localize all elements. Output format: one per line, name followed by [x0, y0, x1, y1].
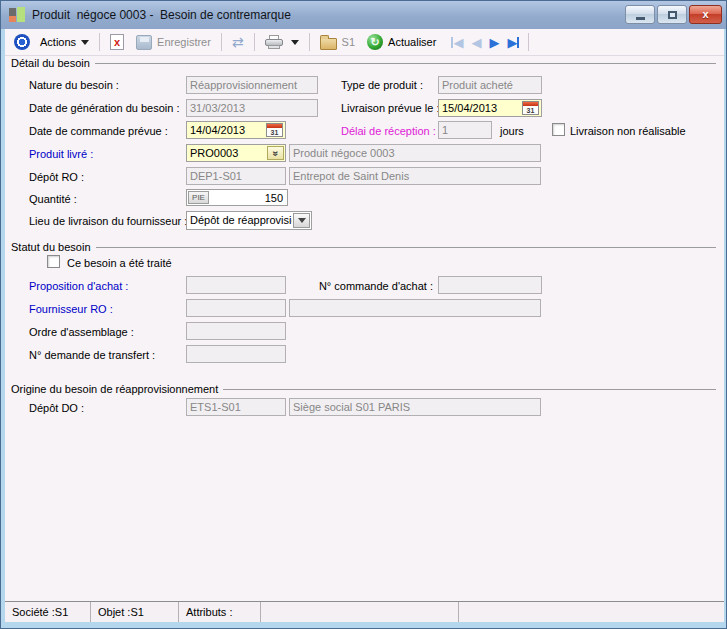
nav-previous-button[interactable]: ◀ — [468, 35, 484, 50]
nav-last-button[interactable]: ▶ — [504, 35, 522, 50]
livraison-prevue-value: 15/04/2013 — [442, 102, 497, 114]
besoin-traite-checkbox[interactable] — [47, 255, 60, 268]
unit-badge-button[interactable]: PIE — [188, 191, 209, 204]
livraison-prevue-label: Livraison prévue le : — [341, 102, 439, 114]
depot-ro-desc-field: Entrepot de Saint Denis — [289, 167, 541, 185]
titlebar: Produit négoce 0003 - Besoin de contrema… — [1, 1, 727, 29]
print-button[interactable] — [261, 33, 287, 52]
calendar-icon[interactable]: 31 — [522, 101, 539, 115]
refresh-icon: ⇄ — [232, 35, 244, 49]
actualiser-button[interactable]: ↻ Actualiser — [363, 32, 440, 52]
toolbar-separator — [528, 33, 529, 51]
app-icon-gray — [9, 8, 16, 16]
quantite-label: Quantité : — [29, 193, 77, 205]
quantite-field[interactable]: PIE 150 — [186, 189, 288, 206]
actions-label: Actions — [40, 36, 76, 48]
depot-do-desc-field: Siège social S01 PARIS — [289, 398, 541, 416]
delai-reception-field: 1 — [438, 121, 492, 139]
nav-first-button[interactable]: ◀ — [448, 35, 466, 50]
chevron-down-icon — [298, 218, 306, 227]
window-title: Produit négoce 0003 - Besoin de contrema… — [32, 8, 291, 22]
record-target-icon[interactable] — [14, 34, 30, 50]
fournisseur-ro-desc-field — [289, 299, 541, 317]
date-commande-field[interactable]: 14/04/2013 31 — [186, 121, 286, 139]
livraison-non-realisable-checkbox[interactable] — [552, 123, 565, 136]
print-options-button[interactable] — [287, 34, 303, 51]
type-produit-label: Type de produit : — [341, 79, 423, 91]
toolbar-separator — [99, 33, 100, 51]
chevron-down-icon — [81, 40, 89, 49]
depot-ro-field: DEP1-S01 — [186, 167, 286, 185]
group-line — [223, 389, 716, 390]
besoin-traite-label: Ce besoin a été traité — [67, 257, 172, 269]
group-origine-title: Origine du besoin de réapprovisionnement — [11, 383, 218, 395]
lieu-livraison-label: Lieu de livraison du fournisseur : — [29, 215, 187, 227]
delai-reception-label: Délai de réception : — [341, 125, 436, 137]
calendar-icon[interactable]: 31 — [266, 123, 283, 137]
nav-previous-icon: ◀ — [471, 36, 481, 49]
nav-last-bar — [517, 37, 519, 48]
ordre-assemblage-field — [186, 322, 286, 340]
nav-first-icon: ◀ — [453, 36, 463, 49]
depot-do-field: ETS1-S01 — [186, 398, 286, 416]
nav-next-icon: ▶ — [489, 36, 499, 49]
commande-achat-label: N° commande d'achat : — [311, 280, 433, 292]
lookup-chevron-button[interactable]: » — [267, 146, 284, 160]
minimize-icon — [636, 17, 645, 20]
save-button[interactable]: Enregistrer — [132, 33, 215, 52]
lieu-livraison-combobox[interactable]: Dépôt de réapprovisio — [186, 211, 312, 230]
nature-besoin-field: Réapprovisionnement — [186, 76, 318, 94]
printer-icon — [265, 35, 283, 50]
close-icon: x — [702, 9, 708, 20]
fournisseur-ro-label: Fournisseur RO : — [29, 303, 113, 315]
quantite-value: 150 — [209, 192, 287, 204]
toolbar: Actions x Enregistrer ⇄ S1 — [5, 29, 724, 56]
combobox-dropdown-button[interactable] — [293, 213, 310, 228]
folder-site-button[interactable]: S1 — [316, 33, 359, 52]
app-icon — [9, 7, 25, 23]
app-icon-orange — [9, 16, 16, 22]
group-line — [95, 63, 716, 64]
nav-next-button[interactable]: ▶ — [486, 35, 502, 50]
folder-label: S1 — [342, 36, 355, 48]
statusbar-objet: Objet :S1 — [91, 602, 179, 622]
ordre-assemblage-label: Ordre d'assemblage : — [29, 326, 134, 338]
toolbar-separator — [221, 33, 222, 51]
depot-ro-label: Dépôt RO : — [29, 171, 84, 183]
actions-menu-button[interactable]: Actions — [36, 34, 93, 51]
group-statut-title: Statut du besoin — [11, 241, 91, 253]
statusbar-societe: Société :S1 — [5, 602, 91, 622]
date-generation-label: Date de génération du besoin : — [29, 102, 179, 114]
group-statut-besoin: Statut du besoin — [11, 241, 716, 253]
actualiser-refresh-icon: ↻ — [367, 34, 383, 50]
statusbar: Société :S1 Objet :S1 Attributs : — [5, 601, 724, 622]
group-detail-title: Détail du besoin — [11, 57, 90, 69]
app-icon-green — [17, 7, 25, 22]
date-commande-value: 14/04/2013 — [190, 124, 245, 136]
delete-button[interactable]: x — [106, 32, 128, 52]
refresh-button[interactable]: ⇄ — [228, 33, 248, 51]
minimize-button[interactable] — [625, 5, 655, 24]
demande-transfert-field — [186, 345, 286, 363]
demande-transfert-label: N° demande de transfert : — [29, 349, 155, 361]
group-detail-besoin: Détail du besoin — [11, 57, 716, 69]
lieu-livraison-value: Dépôt de réapprovisio — [187, 212, 292, 229]
close-button[interactable]: x — [689, 5, 722, 24]
group-origine-besoin: Origine du besoin de réapprovisionnement — [11, 383, 716, 395]
delete-icon: x — [110, 34, 124, 50]
form-area: Détail du besoin Nature du besoin : Réap… — [5, 56, 724, 601]
maximize-button[interactable] — [657, 5, 687, 24]
printer-tray — [268, 45, 280, 49]
chevron-down-icon — [291, 40, 299, 49]
type-produit-field: Produit acheté — [438, 76, 542, 94]
produit-livre-field[interactable]: PRO0003 » — [186, 144, 286, 162]
calendar-day: 31 — [523, 102, 538, 115]
fournisseur-ro-field — [186, 299, 286, 317]
statusbar-extra — [459, 602, 724, 622]
livraison-prevue-field[interactable]: 15/04/2013 31 — [438, 99, 542, 117]
folder-icon — [320, 38, 337, 50]
statusbar-attributs: Attributs : — [179, 602, 261, 622]
calendar-day: 31 — [267, 124, 282, 137]
toolbar-separator — [254, 33, 255, 51]
produit-livre-label: Produit livré : — [29, 148, 93, 160]
